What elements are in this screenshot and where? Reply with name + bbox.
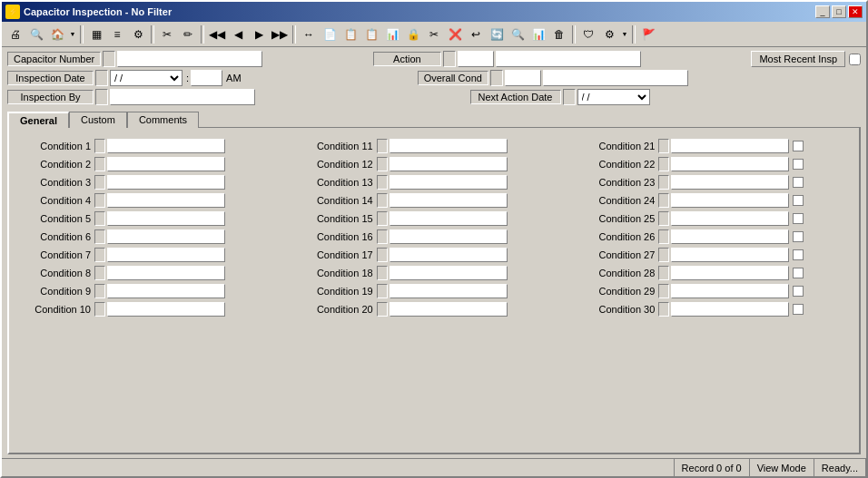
edit-button[interactable]: ✏ — [178, 24, 198, 44]
next-record-button[interactable]: ▶ — [249, 24, 269, 44]
tab-comments[interactable]: Comments — [127, 112, 199, 128]
table-row: Condition 21 — [584, 139, 848, 153]
condition-input[interactable] — [390, 211, 508, 226]
condition-input[interactable] — [107, 266, 225, 280]
toolbar-separator-2 — [151, 25, 154, 44]
inspection-by-input[interactable] — [110, 89, 255, 105]
config-button[interactable]: ⚙ — [599, 24, 619, 44]
doc1-button[interactable]: 📄 — [320, 24, 340, 44]
condition-input[interactable] — [107, 229, 225, 244]
action-code-input[interactable] — [458, 51, 494, 67]
condition-input[interactable] — [107, 302, 225, 317]
condition-label: Condition 21 — [584, 141, 656, 151]
maximize-button[interactable]: □ — [832, 5, 846, 18]
condition-sep — [658, 193, 669, 208]
condition-checkbox[interactable] — [793, 213, 804, 224]
condition-input[interactable] — [390, 248, 508, 262]
lock-button[interactable]: 🔒 — [403, 24, 423, 44]
search2-button[interactable]: 🔍 — [508, 24, 528, 44]
condition-input[interactable] — [390, 284, 508, 298]
first-record-button[interactable]: ◀◀ — [207, 24, 227, 44]
most-recent-insp-button[interactable]: Most Recent Insp — [751, 51, 845, 67]
condition-input[interactable] — [671, 266, 789, 280]
inspection-date-select[interactable]: / / — [110, 70, 182, 86]
doc2-button[interactable]: 📋 — [340, 24, 360, 44]
search-button[interactable]: 🔍 — [26, 24, 46, 44]
cut2-button[interactable]: ✂ — [424, 24, 444, 44]
condition-checkbox[interactable] — [793, 286, 804, 297]
close-button[interactable]: ✕ — [848, 5, 863, 18]
condition-input[interactable] — [671, 211, 789, 226]
condition-input[interactable] — [671, 175, 789, 190]
condition-checkbox[interactable] — [793, 177, 804, 188]
condition-input[interactable] — [107, 248, 225, 262]
condition-input[interactable] — [671, 139, 789, 153]
condition-checkbox[interactable] — [793, 304, 804, 315]
condition-input[interactable] — [390, 229, 508, 244]
title-bar: ⚡ Capacitor Inspection - No Filter _ □ ✕ — [2, 2, 866, 22]
shield-button[interactable]: 🛡 — [578, 24, 598, 44]
condition-label: Condition 4 — [20, 195, 93, 206]
condition-input[interactable] — [107, 211, 225, 226]
delete-button[interactable]: ❌ — [445, 24, 465, 44]
print-button[interactable]: 🖨 — [5, 24, 25, 44]
condition-input[interactable] — [390, 193, 508, 208]
condition-input[interactable] — [390, 139, 508, 153]
condition-input[interactable] — [390, 157, 508, 171]
flag-button[interactable]: 🚩 — [638, 24, 658, 44]
overall-cond-code-input[interactable] — [505, 70, 541, 86]
next-action-date-select[interactable]: / / — [577, 89, 650, 105]
condition-input[interactable] — [671, 302, 789, 317]
condition-checkbox[interactable] — [793, 141, 804, 151]
action-desc-input[interactable] — [496, 51, 641, 67]
list-button[interactable]: ≡ — [107, 24, 127, 44]
last-record-button[interactable]: ▶▶ — [270, 24, 290, 44]
tab-general[interactable]: General — [7, 112, 69, 128]
chart-button[interactable]: 📊 — [382, 24, 402, 44]
condition-input[interactable] — [107, 193, 225, 208]
condition-sep — [377, 211, 388, 226]
condition-input[interactable] — [107, 157, 225, 171]
condition-input[interactable] — [671, 284, 789, 298]
most-recent-checkbox[interactable] — [849, 54, 861, 65]
overall-cond-desc-input[interactable] — [543, 70, 688, 86]
undo-button[interactable]: ↩ — [466, 24, 486, 44]
condition-input[interactable] — [107, 139, 225, 153]
condition-input[interactable] — [390, 175, 508, 190]
condition-sep — [658, 157, 669, 171]
time-input[interactable] — [191, 70, 222, 86]
condition-checkbox[interactable] — [793, 231, 804, 242]
condition-input[interactable] — [671, 193, 789, 208]
prev-record-button[interactable]: ◀ — [228, 24, 248, 44]
table-row: Condition 11 — [302, 139, 567, 153]
table-row: Condition 25 — [584, 211, 848, 226]
condition-input[interactable] — [671, 229, 789, 244]
condition-label: Condition 17 — [302, 249, 375, 260]
refresh-button[interactable]: 🔄 — [487, 24, 507, 44]
settings-button[interactable]: ⚙ — [128, 24, 148, 44]
grid-button[interactable]: ▦ — [86, 24, 106, 44]
home-button[interactable]: 🏠 — [47, 24, 67, 44]
report-button[interactable]: 📊 — [528, 24, 548, 44]
condition-input[interactable] — [671, 157, 789, 171]
capacitor-number-input[interactable] — [117, 51, 262, 67]
tab-custom[interactable]: Custom — [69, 112, 127, 128]
doc3-button[interactable]: 📋 — [361, 24, 381, 44]
condition-input[interactable] — [390, 266, 508, 280]
condition-label: Condition 6 — [20, 231, 93, 242]
trash-button[interactable]: 🗑 — [549, 24, 569, 44]
filter-dropdown-arrow[interactable]: ▼ — [68, 24, 77, 44]
condition-input[interactable] — [390, 302, 508, 317]
condition-checkbox[interactable] — [793, 249, 804, 260]
condition-checkbox[interactable] — [793, 268, 804, 278]
cut-button[interactable]: ✂ — [157, 24, 177, 44]
condition-label: Condition 5 — [20, 213, 93, 224]
minimize-button[interactable]: _ — [815, 5, 830, 18]
condition-input[interactable] — [107, 175, 225, 190]
config-dropdown-arrow[interactable]: ▼ — [620, 24, 629, 44]
expand-button[interactable]: ↔ — [299, 24, 319, 44]
condition-checkbox[interactable] — [793, 195, 804, 206]
condition-input[interactable] — [671, 248, 789, 262]
condition-input[interactable] — [107, 284, 225, 298]
condition-checkbox[interactable] — [793, 159, 804, 170]
